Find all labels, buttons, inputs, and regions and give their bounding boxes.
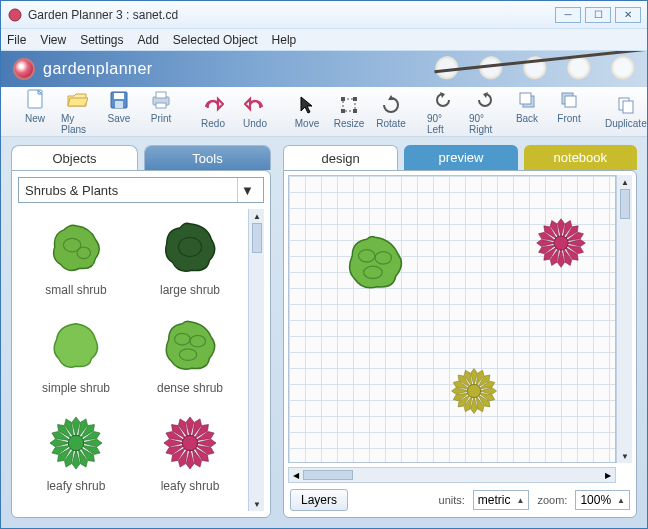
- canvas-object-leafy-magenta[interactable]: [534, 216, 588, 270]
- rotate-90-right-button[interactable]: 90° Right: [469, 89, 501, 135]
- shrub-thumb-icon: [158, 215, 222, 279]
- design-canvas[interactable]: [288, 175, 616, 463]
- scroll-thumb[interactable]: [620, 189, 630, 219]
- redo-button[interactable]: Redo: [197, 94, 229, 129]
- svg-rect-12: [353, 109, 357, 113]
- svg-rect-7: [156, 103, 166, 108]
- svg-rect-9: [341, 97, 345, 101]
- send-back-button[interactable]: Back: [511, 89, 543, 124]
- tab-design[interactable]: design: [283, 145, 398, 170]
- menu-file[interactable]: File: [7, 33, 26, 47]
- svg-rect-11: [341, 109, 345, 113]
- palette-item-dense[interactable]: dense shrub: [136, 313, 244, 407]
- toolbar: New My Plans Save Print Redo Undo Move R…: [1, 87, 647, 137]
- canvas-object-dense-shrub[interactable]: [344, 231, 406, 293]
- scroll-left-icon[interactable]: ◀: [290, 469, 302, 481]
- brand-banner: gardenplanner: [1, 51, 647, 87]
- svg-rect-4: [115, 101, 123, 108]
- shrub-thumb-icon: [44, 313, 108, 377]
- palette-item-label: simple shrub: [42, 381, 110, 395]
- palette-item-simple[interactable]: simple shrub: [22, 313, 130, 407]
- scroll-down-icon[interactable]: ▼: [251, 498, 263, 510]
- objects-panel: Shrubs & Plants ▼ small shrublarge shrub…: [11, 170, 271, 518]
- canvas-vscrollbar[interactable]: ▲ ▼: [616, 175, 632, 463]
- undo-button[interactable]: Undo: [239, 94, 271, 129]
- scroll-thumb[interactable]: [303, 470, 353, 480]
- tab-objects[interactable]: Objects: [11, 145, 138, 170]
- menu-settings[interactable]: Settings: [80, 33, 123, 47]
- menu-view[interactable]: View: [40, 33, 66, 47]
- palette-item-large[interactable]: large shrub: [136, 215, 244, 309]
- new-file-icon: [24, 89, 46, 111]
- palette-item-label: large shrub: [160, 283, 220, 297]
- canvas-hscrollbar[interactable]: ◀ ▶: [288, 467, 616, 483]
- svg-rect-16: [565, 96, 576, 107]
- app-window: Garden Planner 3 : sanet.cd ─ ☐ ✕ File V…: [0, 0, 648, 529]
- bring-front-icon: [558, 89, 580, 111]
- duplicate-icon: [615, 94, 637, 116]
- myplans-button[interactable]: My Plans: [61, 89, 93, 135]
- rotate-button[interactable]: Rotate: [375, 94, 407, 129]
- shrub-thumb-icon: [44, 411, 108, 475]
- menu-help[interactable]: Help: [272, 33, 297, 47]
- tab-preview[interactable]: preview: [404, 145, 517, 170]
- menu-selected-object[interactable]: Selected Object: [173, 33, 258, 47]
- object-grid: small shrublarge shrubsimple shrubdense …: [18, 209, 248, 511]
- units-select[interactable]: metric ▲: [473, 490, 530, 510]
- shrub-thumb-icon: [158, 313, 222, 377]
- object-scrollbar[interactable]: ▲ ▼: [248, 209, 264, 511]
- print-icon: [150, 89, 172, 111]
- palette-item-small[interactable]: small shrub: [22, 215, 130, 309]
- palette-item-label: leafy shrub: [161, 479, 220, 493]
- duplicate-button[interactable]: Duplicate: [605, 94, 647, 129]
- rotate-right-icon: [474, 89, 496, 111]
- palette-item-label: small shrub: [45, 283, 106, 297]
- svg-rect-3: [114, 93, 124, 99]
- svg-point-25: [68, 435, 83, 450]
- zoom-value: 100%: [580, 493, 611, 507]
- save-button[interactable]: Save: [103, 89, 135, 124]
- category-select[interactable]: Shrubs & Plants ▼: [18, 177, 264, 203]
- canvas-object-leafy-yellow[interactable]: [449, 366, 499, 416]
- scroll-thumb[interactable]: [252, 223, 262, 253]
- right-panel: design preview notebook ▲ ▼: [283, 145, 637, 518]
- category-value: Shrubs & Plants: [25, 183, 118, 198]
- left-tab-row: Objects Tools: [11, 145, 271, 170]
- scroll-down-icon[interactable]: ▼: [619, 450, 631, 462]
- close-button[interactable]: ✕: [615, 7, 641, 23]
- maximize-button[interactable]: ☐: [585, 7, 611, 23]
- menu-add[interactable]: Add: [138, 33, 159, 47]
- cursor-icon: [296, 94, 318, 116]
- status-row: Layers units: metric ▲ zoom: 100% ▲: [288, 487, 632, 513]
- rotate-icon: [380, 94, 402, 116]
- print-button[interactable]: Print: [145, 89, 177, 124]
- palette-item-leafy-magenta[interactable]: leafy shrub: [136, 411, 244, 505]
- zoom-select[interactable]: 100% ▲: [575, 490, 630, 510]
- tab-tools[interactable]: Tools: [144, 145, 271, 170]
- palette-item-label: leafy shrub: [47, 479, 106, 493]
- chevron-up-icon: ▲: [617, 496, 625, 505]
- svg-rect-14: [520, 93, 531, 104]
- minimize-button[interactable]: ─: [555, 7, 581, 23]
- palette-item-leafy-green[interactable]: leafy shrub: [22, 411, 130, 505]
- right-tab-row: design preview notebook: [283, 145, 637, 170]
- save-icon: [108, 89, 130, 111]
- resize-button[interactable]: Resize: [333, 94, 365, 129]
- rotate-90-left-button[interactable]: 90° Left: [427, 89, 459, 135]
- scroll-right-icon[interactable]: ▶: [602, 469, 614, 481]
- tab-notebook[interactable]: notebook: [524, 145, 637, 170]
- brand-name: gardenplanner: [43, 60, 153, 78]
- svg-rect-6: [156, 92, 166, 98]
- chevron-up-icon: ▲: [516, 496, 524, 505]
- move-button[interactable]: Move: [291, 94, 323, 129]
- bring-front-button[interactable]: Front: [553, 89, 585, 124]
- new-button[interactable]: New: [19, 89, 51, 124]
- scroll-up-icon[interactable]: ▲: [251, 210, 263, 222]
- units-label: units:: [439, 494, 465, 506]
- svg-rect-18: [623, 101, 633, 113]
- resize-icon: [338, 94, 360, 116]
- scroll-up-icon[interactable]: ▲: [619, 176, 631, 188]
- layers-button[interactable]: Layers: [290, 489, 348, 511]
- shrub-thumb-icon: [44, 215, 108, 279]
- redo-icon: [202, 94, 224, 116]
